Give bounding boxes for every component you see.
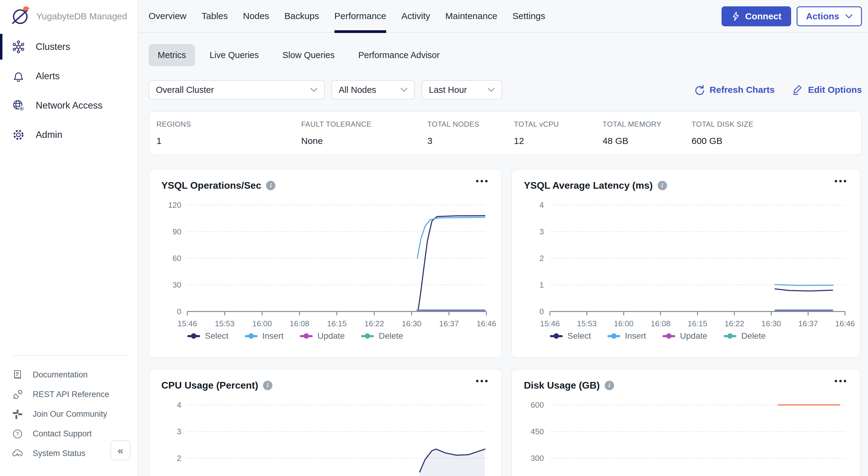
info-icon[interactable]: i (605, 381, 614, 390)
legend-item-delete[interactable]: Delete (724, 331, 766, 341)
lightning-bolt-icon (731, 11, 740, 21)
actions-button[interactable]: Actions (797, 6, 862, 26)
cluster-stats-card: REGIONS1FAULT TOLERANCENoneTOTAL NODES3T… (149, 111, 862, 155)
tab-performance[interactable]: Performance (334, 0, 386, 32)
x-tick-label: 16:30 (402, 319, 421, 328)
chart-menu-button[interactable] (832, 177, 849, 185)
legend-item-insert[interactable]: Insert (245, 331, 284, 341)
stat-total-memory: TOTAL MEMORY48 GB (602, 120, 691, 146)
tab-overview[interactable]: Overview (149, 0, 186, 32)
nodes-select[interactable]: All Nodes (332, 80, 415, 100)
chart-header: Disk Usage (GB)i (524, 380, 614, 391)
legend-marker-dot (191, 333, 196, 339)
nodes-select-value: All Nodes (339, 85, 376, 95)
sidebar-item-alerts[interactable]: Alerts (0, 61, 138, 91)
legend-item-delete[interactable]: Delete (361, 331, 403, 341)
yugabytedb-logo-icon (10, 6, 30, 27)
legend-marker-dot (365, 333, 370, 339)
chart-card-2: 4321015:4615:5316:0016:0816:1516:2216:30… (511, 169, 861, 358)
time-range-select[interactable]: Last Hour (422, 80, 502, 100)
series-select (775, 289, 833, 291)
sidebar-footer-label: REST API Reference (33, 390, 109, 399)
legend-label: Select (567, 331, 591, 341)
sidebar-item-label: Admin (36, 129, 62, 140)
tab-settings[interactable]: Settings (513, 0, 545, 32)
stat-value: 600 GB (691, 136, 782, 146)
legend-item-insert[interactable]: Insert (608, 331, 646, 341)
cluster-scope-select[interactable]: Overall Cluster (149, 80, 325, 100)
top-navigation: OverviewTablesNodesBackupsPerformanceAct… (138, 0, 868, 33)
stat-value: 3 (427, 136, 514, 146)
legend-marker-dot (248, 333, 254, 339)
subtab-metrics[interactable]: Metrics (149, 44, 195, 66)
documentation-book-icon (11, 369, 24, 381)
sidebar-footer-item-rest-api-reference[interactable]: REST API Reference (11, 385, 137, 404)
sidebar-footer-item-documentation[interactable]: Documentation (11, 365, 137, 385)
chart-menu-button[interactable] (473, 177, 491, 185)
info-icon[interactable]: i (658, 181, 667, 190)
info-icon[interactable]: i (266, 181, 275, 190)
tab-tables[interactable]: Tables (202, 0, 228, 32)
stat-total-vcpu: TOTAL vCPU12 (514, 120, 602, 146)
sidebar-footer-label: Contact Support (33, 429, 92, 439)
legend-marker (550, 335, 563, 337)
edit-options-button[interactable]: Edit Options (792, 84, 862, 96)
legend-marker (361, 335, 374, 337)
subtab-performance-advisor[interactable]: Performance Advisor (349, 44, 449, 66)
tab-maintenance[interactable]: Maintenance (445, 0, 497, 32)
charts-grid: 120906030015:4615:5316:0016:0816:1516:22… (149, 169, 862, 476)
chart-menu-button[interactable] (832, 377, 849, 385)
stat-value: 1 (156, 136, 301, 146)
refresh-charts-button[interactable]: Refresh Charts (693, 84, 775, 96)
chart-title: CPU Usage (Percent) (161, 380, 258, 391)
legend-item-select[interactable]: Select (187, 331, 228, 341)
chart-menu-button[interactable] (473, 377, 491, 385)
chevron-down-icon (482, 88, 495, 92)
info-icon[interactable]: i (263, 381, 272, 390)
tab-backups[interactable]: Backups (284, 0, 319, 32)
y-tick-label: 300 (531, 454, 544, 463)
stat-label: TOTAL NODES (427, 120, 514, 129)
cluster-tabs: OverviewTablesNodesBackupsPerformanceAct… (149, 0, 546, 32)
tab-nodes[interactable]: Nodes (243, 0, 269, 32)
subtab-slow-queries[interactable]: Slow Queries (273, 44, 343, 66)
sidebar-collapse-button[interactable]: « (111, 440, 130, 460)
legend-label: Insert (262, 331, 284, 341)
sidebar-item-label: Alerts (36, 71, 60, 82)
alerts-bell-icon (11, 69, 25, 83)
subtab-live-queries[interactable]: Live Queries (200, 44, 268, 66)
network-globe-icon (11, 99, 25, 112)
app-root: YugabyteDB Managed ClustersAlertsNetwork… (0, 0, 868, 476)
x-tick-label: 16:37 (798, 319, 818, 328)
actions-label: Actions (806, 11, 839, 22)
x-tick-label: 16:15 (327, 319, 346, 328)
filter-row: Overall ClusterAll NodesLast Hour Refres… (149, 80, 862, 100)
main-area: OverviewTablesNodesBackupsPerformanceAct… (138, 0, 868, 476)
brand-title: YugabyteDB Managed (36, 11, 127, 22)
legend-label: Update (680, 331, 707, 341)
legend-marker (300, 335, 313, 337)
legend-item-select[interactable]: Select (550, 331, 591, 341)
legend-label: Update (317, 331, 345, 341)
sidebar-item-network-access[interactable]: Network Access (0, 91, 138, 120)
sidebar-footer-label: Documentation (33, 370, 88, 379)
legend-item-update[interactable]: Update (300, 331, 345, 341)
y-tick-label: 2 (177, 454, 181, 463)
stat-value: 12 (514, 136, 602, 146)
chart-card-3: 4321015:4615:5316:0016:0816:1516:2216:30… (149, 369, 502, 476)
legend-marker (724, 335, 736, 337)
chevron-down-icon (394, 88, 408, 92)
connect-button[interactable]: Connect (721, 6, 791, 26)
chevron-down-icon (845, 14, 852, 19)
x-tick-label: 16:00 (614, 319, 633, 328)
tab-activity[interactable]: Activity (401, 0, 430, 32)
edit-pencil-icon (792, 84, 803, 96)
sidebar-item-admin[interactable]: Admin (0, 120, 138, 149)
y-tick-label: 60 (173, 254, 181, 263)
y-tick-label: 2 (539, 254, 544, 263)
stat-total-disk-size: TOTAL DISK SIZE600 GB (691, 120, 782, 146)
legend-item-update[interactable]: Update (662, 331, 707, 341)
sidebar-item-label: Clusters (36, 41, 70, 52)
sidebar-item-clusters[interactable]: Clusters (0, 32, 138, 61)
sidebar-footer-item-join-our-community[interactable]: Join Our Community (11, 404, 137, 424)
